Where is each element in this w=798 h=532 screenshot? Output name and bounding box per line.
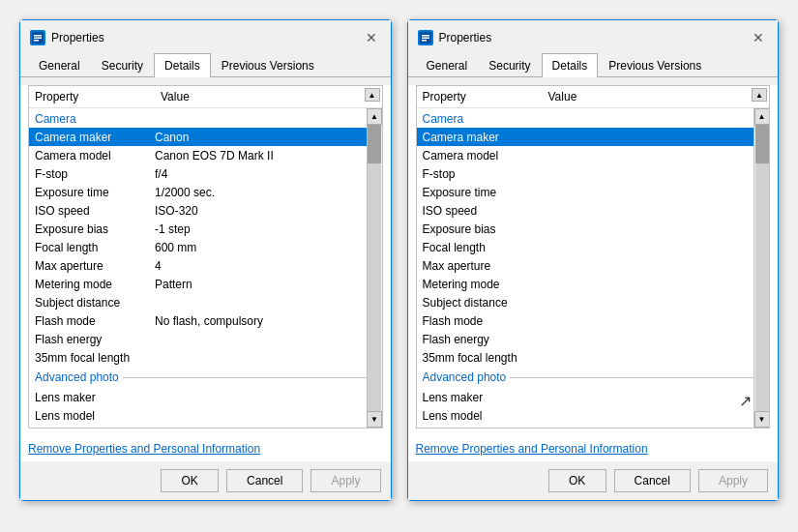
scroll-down-right[interactable]: ▼ — [754, 411, 770, 428]
tabs-left: General Security Details Previous Versio… — [20, 53, 391, 77]
title-text-right: Properties — [439, 31, 492, 44]
advanced-section-left: Advanced photo — [29, 367, 382, 388]
col-property-label-left: Property — [35, 90, 161, 103]
scroll-thumb-left[interactable] — [368, 125, 381, 163]
props-list-right[interactable]: Camera Camera maker Camera model F-stop — [417, 108, 770, 428]
props-list-left[interactable]: Camera Camera maker Canon Camera model C… — [29, 108, 382, 428]
close-button-right[interactable]: ✕ — [749, 28, 768, 47]
titlebar-right: Properties ✕ — [408, 20, 779, 53]
row-lens-model-right[interactable]: Lens model — [417, 406, 770, 425]
page-container: Properties ✕ General Security Details Pr… — [0, 0, 798, 532]
row-camera-maker-right[interactable]: Camera maker — [417, 128, 770, 146]
scroll-up-right[interactable]: ▲ — [754, 108, 770, 125]
row-exposure-time-left[interactable]: Exposure time 1/2000 sec. — [29, 183, 382, 201]
row-camera-model-left[interactable]: Camera model Canon EOS 7D Mark II — [29, 146, 382, 164]
row-flash-energy-right[interactable]: Flash energy — [417, 330, 770, 348]
close-button-left[interactable]: ✕ — [362, 28, 381, 47]
row-camera-model-right[interactable]: Camera model — [417, 146, 770, 164]
tab-details-left[interactable]: Details — [154, 53, 211, 77]
row-35mm-left[interactable]: 35mm focal length — [29, 348, 382, 367]
row-lens-model-left[interactable]: Lens model — [29, 406, 382, 425]
svg-rect-7 — [422, 40, 427, 42]
tab-security-left[interactable]: Security — [91, 53, 154, 77]
col-value-label-left: Value — [161, 90, 376, 103]
row-flash-maker-right[interactable]: Flash maker — [417, 425, 770, 428]
row-metering-left[interactable]: Metering mode Pattern — [29, 275, 382, 293]
footer-left: OK Cancel Apply — [20, 461, 391, 500]
section-camera-left: Camera — [29, 108, 382, 128]
row-exposure-bias-right[interactable]: Exposure bias — [417, 220, 770, 238]
apply-button-left[interactable]: Apply — [310, 469, 380, 492]
scroll-track-right[interactable] — [755, 125, 769, 411]
titlebar-left: Properties ✕ — [20, 20, 391, 53]
section-camera-right: Camera — [417, 108, 770, 128]
col-value-label-right: Value — [548, 90, 764, 103]
scrollbar-right[interactable]: ▲ ▼ — [754, 108, 769, 428]
footer-right: OK Cancel Apply — [408, 461, 779, 500]
title-icon-left — [30, 30, 45, 45]
title-right: Properties — [418, 30, 492, 45]
row-flash-energy-left[interactable]: Flash energy — [29, 330, 382, 348]
props-header-right: Property Value ▲ — [417, 86, 770, 108]
properties-panel-right: Property Value ▲ Camera Camera maker Cam… — [416, 85, 771, 429]
svg-rect-5 — [422, 35, 429, 37]
scroll-thumb-right[interactable] — [755, 125, 769, 163]
tabs-right: General Security Details Previous Versio… — [408, 53, 779, 77]
row-35mm-right[interactable]: 35mm focal length — [417, 348, 770, 367]
svg-rect-6 — [422, 38, 429, 40]
svg-rect-3 — [34, 40, 39, 42]
content-right: Property Value ▲ Camera Camera maker Cam… — [408, 85, 779, 461]
row-fstop-left[interactable]: F-stop f/4 — [29, 164, 382, 183]
row-flash-mode-right[interactable]: Flash mode — [417, 311, 770, 330]
tab-prevversions-right[interactable]: Previous Versions — [598, 53, 712, 77]
props-header-left: Property Value ▲ — [29, 86, 382, 108]
svg-rect-2 — [34, 38, 42, 40]
scrollbar-left[interactable]: ▲ ▼ — [367, 108, 382, 428]
row-fstop-right[interactable]: F-stop — [417, 164, 770, 183]
cancel-button-left[interactable]: Cancel — [226, 469, 303, 492]
remove-link-right[interactable]: Remove Properties and Personal Informati… — [408, 436, 779, 461]
tab-security-right[interactable]: Security — [478, 53, 541, 77]
col-property-label-right: Property — [423, 90, 548, 103]
properties-panel-left: Property Value ▲ Camera Camera maker Can… — [28, 85, 383, 429]
title-text-left: Properties — [51, 31, 104, 44]
row-iso-right[interactable]: ISO speed — [417, 201, 770, 220]
scroll-top-right[interactable]: ▲ — [752, 88, 767, 102]
row-lens-maker-right[interactable]: Lens maker — [417, 388, 770, 406]
title-icon-right — [418, 30, 433, 45]
row-metering-right[interactable]: Metering mode — [417, 275, 770, 293]
row-iso-left[interactable]: ISO speed ISO-320 — [29, 201, 382, 220]
apply-button-right[interactable]: Apply — [698, 469, 768, 492]
row-lens-maker-left[interactable]: Lens maker — [29, 388, 382, 406]
tab-prevversions-left[interactable]: Previous Versions — [211, 53, 325, 77]
row-flash-mode-left[interactable]: Flash mode No flash, compulsory — [29, 311, 382, 330]
row-subject-dist-left[interactable]: Subject distance — [29, 293, 382, 311]
row-exposure-time-right[interactable]: Exposure time — [417, 183, 770, 201]
row-focal-length-left[interactable]: Focal length 600 mm — [29, 238, 382, 256]
row-max-aperture-right[interactable]: Max aperture — [417, 256, 770, 275]
ok-button-right[interactable]: OK — [548, 469, 606, 492]
dialog-right: Properties ✕ General Security Details Pr… — [407, 19, 780, 501]
row-exposure-bias-left[interactable]: Exposure bias -1 step — [29, 220, 382, 238]
tab-details-right[interactable]: Details — [542, 53, 599, 77]
tab-general-right[interactable]: General — [416, 53, 479, 77]
row-max-aperture-left[interactable]: Max aperture 4 — [29, 256, 382, 275]
row-focal-length-right[interactable]: Focal length — [417, 238, 770, 256]
row-camera-maker-left[interactable]: Camera maker Canon — [29, 128, 382, 146]
title-left: Properties — [30, 30, 104, 45]
row-subject-dist-right[interactable]: Subject distance — [417, 293, 770, 311]
advanced-section-right: Advanced photo — [417, 367, 770, 388]
scroll-down-left[interactable]: ▼ — [367, 411, 382, 428]
row-flash-maker-left[interactable]: Flash maker — [29, 425, 382, 428]
tab-general-left[interactable]: General — [28, 53, 91, 77]
scroll-up-left[interactable]: ▲ — [367, 108, 382, 125]
svg-rect-1 — [34, 35, 42, 37]
ok-button-left[interactable]: OK — [161, 469, 219, 492]
content-left: Property Value ▲ Camera Camera maker Can… — [20, 85, 391, 461]
remove-link-left[interactable]: Remove Properties and Personal Informati… — [20, 436, 391, 461]
scroll-track-left[interactable] — [368, 125, 381, 411]
cancel-button-right[interactable]: Cancel — [614, 469, 691, 492]
scroll-top-left[interactable]: ▲ — [365, 88, 380, 102]
dialog-left: Properties ✕ General Security Details Pr… — [19, 19, 392, 501]
